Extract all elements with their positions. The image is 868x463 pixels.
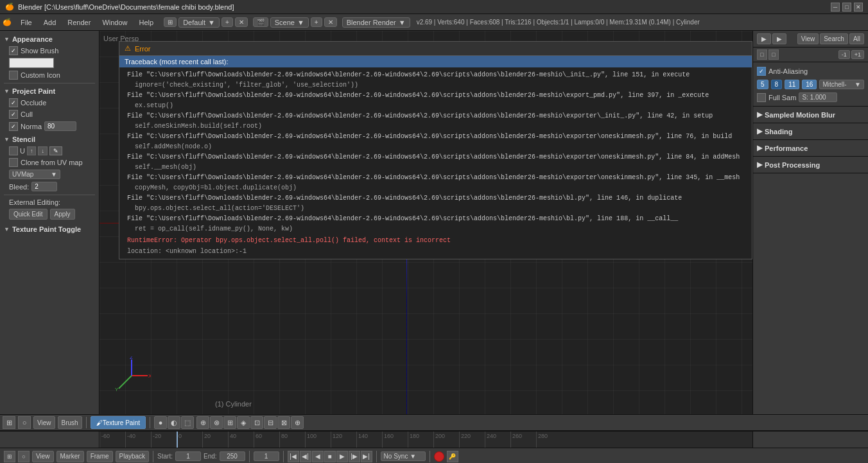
render-minus-btn[interactable]: -1 bbox=[838, 50, 850, 59]
search-btn[interactable]: Search bbox=[820, 33, 848, 44]
close-workspace-btn[interactable]: ✕ bbox=[235, 17, 248, 27]
stencil-edit-btn[interactable]: ✎ bbox=[49, 146, 62, 155]
playback-playback-btn[interactable]: Playback bbox=[116, 451, 150, 462]
step-forward-btn[interactable]: |▶ bbox=[349, 451, 360, 462]
snap-icon[interactable]: ⊕ bbox=[196, 416, 209, 429]
snap8-icon[interactable]: ⊕ bbox=[291, 416, 304, 429]
toolbar-sep-1 bbox=[86, 417, 87, 428]
playback-marker-btn[interactable]: Marker bbox=[56, 451, 84, 462]
draw-mode-icon[interactable]: ● bbox=[154, 416, 167, 429]
custom-icon-row: Custom Icon bbox=[6, 69, 96, 81]
cull-checkbox[interactable]: ✓ bbox=[9, 110, 18, 119]
play-forward-btn[interactable]: ▶ bbox=[336, 451, 348, 462]
jump-end-btn[interactable]: ▶| bbox=[361, 451, 372, 462]
s-value-field[interactable]: S: 1.000 bbox=[799, 92, 837, 102]
menu-window[interactable]: Window bbox=[97, 17, 132, 28]
mitchell-dropdown[interactable]: Mitchell- ▼ bbox=[819, 80, 864, 89]
menu-file[interactable]: File bbox=[15, 17, 37, 28]
scene-dropdown[interactable]: Scene ▼ bbox=[270, 17, 309, 28]
project-paint-section-header[interactable]: ▼ Project Paint bbox=[3, 85, 96, 97]
snap7-icon[interactable]: ⊠ bbox=[277, 416, 290, 429]
viewport[interactable]: User Persp X Z Y (1) Cylinder ⚠ Error Tr… bbox=[100, 31, 752, 414]
norma-checkbox[interactable]: ✓ bbox=[9, 122, 18, 131]
show-brush-checkbox[interactable]: ✓ bbox=[9, 46, 18, 55]
menu-add[interactable]: Add bbox=[39, 17, 62, 28]
view-menu-btn[interactable]: View bbox=[33, 416, 55, 429]
timeline-ruler[interactable]: -60 -40 -20 0 20 40 60 80 100 120 140 16… bbox=[100, 432, 752, 448]
custom-icon-checkbox[interactable] bbox=[9, 71, 18, 80]
render-anim-btn[interactable]: ▶ bbox=[772, 33, 786, 44]
play-back-btn[interactable]: ◀ bbox=[312, 451, 324, 462]
render-still-btn[interactable]: ▶ bbox=[757, 33, 771, 44]
stencil-down-btn[interactable]: ↓ bbox=[38, 146, 48, 155]
aa-5-btn[interactable]: 5 bbox=[757, 80, 768, 89]
viewport-wire-icon[interactable]: ⬚ bbox=[181, 416, 194, 429]
playback-lock-icon[interactable]: ○ bbox=[18, 451, 30, 462]
step-back-btn[interactable]: ◀| bbox=[300, 451, 311, 462]
texture-paint-mode-btn[interactable]: 🖌 Texture Paint bbox=[91, 416, 146, 429]
stop-btn[interactable]: ■ bbox=[324, 451, 336, 462]
uvmap-dropdown[interactable]: UVMap ▼ bbox=[9, 170, 60, 179]
menu-help[interactable]: Help bbox=[134, 17, 159, 28]
texture-paint-toggle-header[interactable]: ▼ Texture Paint Toggle bbox=[3, 223, 96, 235]
record-btn[interactable] bbox=[434, 451, 444, 462]
keying-icon[interactable]: 🔑 bbox=[447, 451, 458, 462]
brush-color-swatch[interactable] bbox=[9, 58, 54, 68]
add-scene-btn[interactable]: + bbox=[311, 17, 322, 27]
occlude-checkbox[interactable]: ✓ bbox=[9, 98, 18, 107]
render-plus-btn[interactable]: +1 bbox=[851, 50, 864, 59]
jump-start-btn[interactable]: |◀ bbox=[288, 451, 299, 462]
timeline-area[interactable]: -60 -40 -20 0 20 40 60 80 100 120 140 16… bbox=[0, 431, 868, 448]
workspace-dropdown[interactable]: Default ▼ bbox=[178, 17, 220, 28]
lock-icon-btn[interactable]: ○ bbox=[18, 416, 31, 429]
brush-menu-btn[interactable]: Brush bbox=[58, 416, 82, 429]
sync-dropdown[interactable]: No Sync ▼ bbox=[381, 451, 426, 461]
apply-button[interactable]: Apply bbox=[50, 209, 75, 220]
snap4-icon[interactable]: ◈ bbox=[237, 416, 250, 429]
menu-render[interactable]: Render bbox=[62, 17, 96, 28]
playback-context-icon[interactable]: ⊞ bbox=[4, 451, 15, 462]
appearance-section-header[interactable]: ▼ Appearance bbox=[3, 33, 96, 45]
view-btn[interactable]: View bbox=[797, 33, 819, 44]
playback-view-btn[interactable]: View bbox=[32, 451, 54, 462]
error-line-0: File "C:\Users\fluff\Downloads\blender-2… bbox=[119, 70, 752, 80]
maximize-button[interactable]: □ bbox=[842, 3, 851, 12]
stencil-section-header[interactable]: ▼ Stencil bbox=[3, 134, 96, 145]
full-sam-checkbox[interactable] bbox=[757, 93, 766, 102]
sampled-motion-header[interactable]: ▶ Sampled Motion Blur bbox=[757, 109, 864, 120]
end-frame-field[interactable] bbox=[220, 451, 245, 461]
close-button[interactable]: ✕ bbox=[854, 3, 863, 12]
context-icon-btn[interactable]: ⊞ bbox=[3, 416, 15, 429]
snap6-icon[interactable]: ⊟ bbox=[264, 416, 277, 429]
aa-8-btn[interactable]: 8 bbox=[771, 80, 783, 89]
title-bar-controls[interactable]: ─ □ ✕ bbox=[831, 3, 863, 12]
minimize-button[interactable]: ─ bbox=[831, 3, 840, 12]
quick-edit-button[interactable]: Quick Edit bbox=[9, 209, 48, 220]
playback-frame-btn[interactable]: Frame bbox=[87, 451, 113, 462]
renderer-dropdown[interactable]: Blender Render ▼ bbox=[342, 17, 410, 28]
error-line-7: self.addMesh(node.o) bbox=[119, 142, 752, 152]
snap2-icon[interactable]: ⊗ bbox=[210, 416, 223, 429]
norma-value-field[interactable] bbox=[44, 121, 76, 131]
snap3-icon[interactable]: ⊞ bbox=[223, 416, 236, 429]
aa-checkbox[interactable]: ✓ bbox=[757, 67, 766, 76]
snap5-icon[interactable]: ⊡ bbox=[250, 416, 263, 429]
post-processing-header[interactable]: ▶ Post Processing bbox=[757, 159, 864, 170]
add-workspace-btn[interactable]: + bbox=[221, 17, 233, 27]
clone-uv-checkbox[interactable] bbox=[9, 158, 18, 167]
start-frame-field[interactable] bbox=[175, 451, 201, 461]
all-btn[interactable]: All bbox=[849, 33, 864, 44]
stencil-checkbox[interactable] bbox=[9, 146, 18, 155]
stencil-up-btn[interactable]: ↑ bbox=[27, 146, 37, 155]
aa-11-btn[interactable]: 11 bbox=[785, 80, 799, 89]
close-scene-btn[interactable]: ✕ bbox=[324, 17, 337, 27]
mitchell-dropdown-icon: ▼ bbox=[855, 81, 861, 88]
shading-header[interactable]: ▶ Shading bbox=[757, 126, 864, 137]
performance-header[interactable]: ▶ Performance bbox=[757, 143, 864, 153]
current-frame-field[interactable] bbox=[254, 451, 279, 461]
render-opt-btn2[interactable]: □ bbox=[768, 49, 779, 60]
bleed-value-field[interactable] bbox=[31, 182, 57, 191]
viewport-shade-icon[interactable]: ◐ bbox=[168, 416, 180, 429]
aa-16-btn[interactable]: 16 bbox=[802, 80, 817, 89]
render-opt-btn1[interactable]: □ bbox=[757, 49, 767, 60]
